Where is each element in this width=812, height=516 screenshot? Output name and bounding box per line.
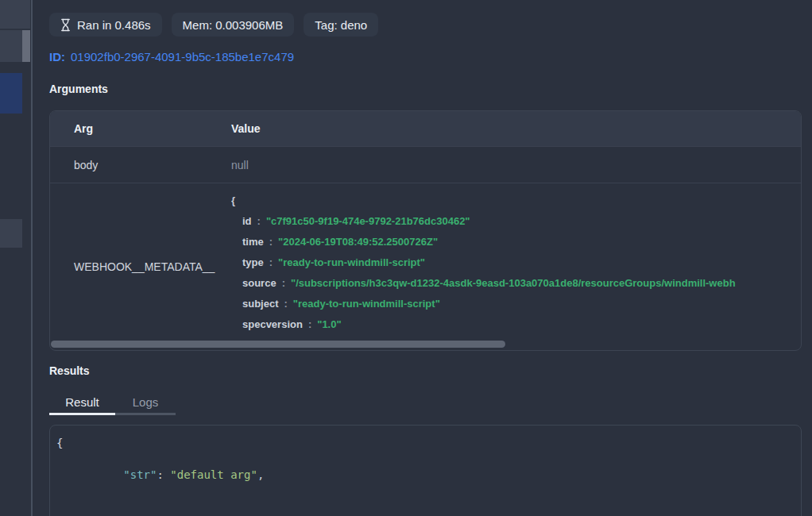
arguments-section-title: Arguments	[49, 83, 108, 95]
result-entry-union: "union": "Hello World"	[56, 499, 801, 516]
left-sidebar-strip	[0, 0, 33, 516]
run-stats-badges: Ran in 0.486s Mem: 0.003906MB Tag: deno	[49, 13, 378, 37]
sidebar-panel-fragment[interactable]	[0, 30, 22, 62]
json-entry-subject: subject:"ready-to-run-windmill-script"	[231, 294, 801, 314]
result-entry-str: "str": "default arg",	[56, 451, 801, 499]
sidebar-top-panel	[0, 0, 30, 29]
arg-name-webhook-metadata: WEBHOOK__METADATA__	[50, 183, 231, 350]
runtime-badge: Ran in 0.486s	[49, 13, 162, 37]
arg-value-null: null	[231, 159, 801, 171]
json-open-brace: {	[231, 191, 801, 211]
hourglass-icon	[60, 18, 71, 32]
json-entry-id: id:"c7f91c50-9f19-474e-9792-21b76dc30462…	[231, 211, 801, 232]
sidebar-scrollbar-thumb[interactable]	[22, 30, 30, 62]
webhook-metadata-json-viewer: { id:"c7f91c50-9f19-474e-9792-21b76dc304…	[231, 183, 801, 350]
job-id-label: ID:	[49, 50, 65, 64]
results-section-title: Results	[49, 364, 90, 377]
table-row: body null	[50, 146, 801, 183]
horizontal-scrollbar-thumb[interactable]	[51, 341, 505, 348]
table-row: WEBHOOK__METADATA__ { id:"c7f91c50-9f19-…	[50, 183, 801, 350]
sidebar-node-fragment[interactable]	[0, 219, 22, 248]
json-entry-specversion: specversion:"1.0"	[231, 314, 801, 335]
tag-badge-label: Tag: deno	[315, 18, 367, 32]
arg-name-body: body	[50, 159, 231, 171]
json-entry-time: time:"2024-06-19T08:49:52.2500726Z"	[231, 232, 801, 252]
json-entry-source: source:"/subscriptions/h3c3qw-d1232-4asd…	[231, 273, 801, 294]
arguments-table-header: Arg Value	[50, 111, 801, 146]
memory-badge: Mem: 0.003906MB	[172, 13, 295, 37]
json-entry-type: type:"ready-to-run-windmill-script"	[231, 252, 801, 273]
job-run-detail-panel: Ran in 0.486s Mem: 0.003906MB Tag: deno …	[34, 0, 812, 516]
tab-logs[interactable]: Logs	[115, 391, 176, 415]
arguments-table: Arg Value body null WEBHOOK__METADATA__ …	[49, 110, 802, 351]
tab-result[interactable]: Result	[49, 391, 115, 415]
runtime-badge-label: Ran in 0.486s	[77, 18, 151, 32]
result-open-brace: {	[56, 435, 801, 451]
results-tabs: Result Logs	[49, 391, 176, 415]
sidebar-selected-node[interactable]	[0, 73, 22, 114]
tag-badge: Tag: deno	[304, 13, 378, 37]
job-id-value[interactable]: 01902fb0-2967-4091-9b5c-185be1e7c479	[71, 50, 294, 64]
job-id-line: ID:01902fb0-2967-4091-9b5c-185be1e7c479	[49, 50, 294, 64]
column-header-value: Value	[231, 122, 801, 135]
column-header-arg: Arg	[50, 122, 231, 135]
memory-badge-label: Mem: 0.003906MB	[183, 18, 284, 32]
result-json-viewer: { "str": "default arg", "union": "Hello …	[49, 425, 802, 516]
